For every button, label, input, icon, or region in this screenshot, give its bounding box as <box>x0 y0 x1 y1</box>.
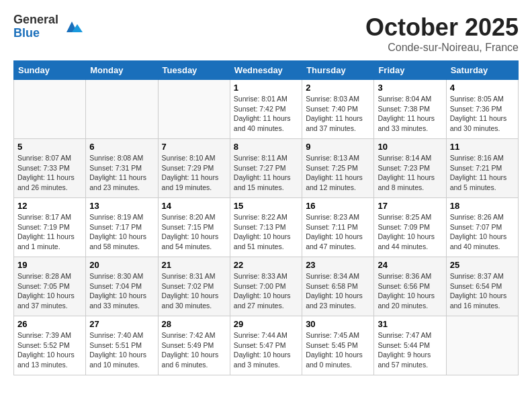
calendar-cell: 10Sunrise: 8:14 AM Sunset: 7:23 PM Dayli… <box>374 139 446 198</box>
day-info: Sunrise: 8:05 AM Sunset: 7:36 PM Dayligh… <box>450 94 515 134</box>
day-number: 29 <box>234 319 298 329</box>
day-info: Sunrise: 8:26 AM Sunset: 7:07 PM Dayligh… <box>450 212 515 252</box>
calendar-cell: 28Sunrise: 7:42 AM Sunset: 5:49 PM Dayli… <box>158 316 230 375</box>
calendar-cell: 8Sunrise: 8:11 AM Sunset: 7:27 PM Daylig… <box>230 139 302 198</box>
calendar-cell: 15Sunrise: 8:22 AM Sunset: 7:13 PM Dayli… <box>230 198 302 257</box>
day-number: 13 <box>89 201 154 211</box>
day-info: Sunrise: 8:04 AM Sunset: 7:38 PM Dayligh… <box>378 94 442 134</box>
calendar-cell: 9Sunrise: 8:13 AM Sunset: 7:25 PM Daylig… <box>302 139 374 198</box>
calendar-cell: 7Sunrise: 8:10 AM Sunset: 7:29 PM Daylig… <box>158 139 230 198</box>
day-info: Sunrise: 8:19 AM Sunset: 7:17 PM Dayligh… <box>89 212 154 252</box>
day-info: Sunrise: 8:16 AM Sunset: 7:21 PM Dayligh… <box>450 153 515 193</box>
calendar-cell: 21Sunrise: 8:31 AM Sunset: 7:02 PM Dayli… <box>158 257 230 316</box>
calendar-cell: 17Sunrise: 8:25 AM Sunset: 7:09 PM Dayli… <box>374 198 446 257</box>
day-number: 18 <box>450 201 515 211</box>
day-number: 5 <box>17 142 82 152</box>
weekday-header-row: SundayMondayTuesdayWednesdayThursdayFrid… <box>14 61 519 80</box>
day-number: 23 <box>306 260 370 270</box>
day-info: Sunrise: 8:10 AM Sunset: 7:29 PM Dayligh… <box>162 153 226 193</box>
day-number: 26 <box>17 319 82 329</box>
day-info: Sunrise: 8:20 AM Sunset: 7:15 PM Dayligh… <box>162 212 226 252</box>
logo: General Blue <box>13 13 83 40</box>
month-title: October 2025 <box>365 13 519 42</box>
day-info: Sunrise: 7:40 AM Sunset: 5:51 PM Dayligh… <box>89 330 154 370</box>
day-info: Sunrise: 8:01 AM Sunset: 7:42 PM Dayligh… <box>234 94 298 134</box>
day-info: Sunrise: 8:25 AM Sunset: 7:09 PM Dayligh… <box>378 212 442 252</box>
calendar-cell: 3Sunrise: 8:04 AM Sunset: 7:38 PM Daylig… <box>374 80 446 139</box>
day-info: Sunrise: 8:08 AM Sunset: 7:31 PM Dayligh… <box>89 153 154 193</box>
week-row-3: 19Sunrise: 8:28 AM Sunset: 7:05 PM Dayli… <box>14 257 519 316</box>
day-number: 3 <box>378 83 442 93</box>
day-info: Sunrise: 8:28 AM Sunset: 7:05 PM Dayligh… <box>17 271 82 311</box>
day-info: Sunrise: 7:44 AM Sunset: 5:47 PM Dayligh… <box>234 330 298 370</box>
calendar-cell: 2Sunrise: 8:03 AM Sunset: 7:40 PM Daylig… <box>302 80 374 139</box>
day-number: 25 <box>450 260 515 270</box>
calendar-cell: 20Sunrise: 8:30 AM Sunset: 7:04 PM Dayli… <box>86 257 158 316</box>
day-number: 19 <box>17 260 82 270</box>
day-info: Sunrise: 8:31 AM Sunset: 7:02 PM Dayligh… <box>162 271 226 311</box>
day-info: Sunrise: 8:23 AM Sunset: 7:11 PM Dayligh… <box>306 212 370 252</box>
day-number: 17 <box>378 201 442 211</box>
calendar-cell: 29Sunrise: 7:44 AM Sunset: 5:47 PM Dayli… <box>230 316 302 375</box>
logo-icon <box>61 16 83 38</box>
day-info: Sunrise: 8:03 AM Sunset: 7:40 PM Dayligh… <box>306 94 370 134</box>
calendar-cell: 5Sunrise: 8:07 AM Sunset: 7:33 PM Daylig… <box>14 139 86 198</box>
calendar-cell: 6Sunrise: 8:08 AM Sunset: 7:31 PM Daylig… <box>86 139 158 198</box>
day-number: 24 <box>378 260 442 270</box>
title-block: October 2025 Conde-sur-Noireau, France <box>365 13 519 54</box>
day-info: Sunrise: 8:36 AM Sunset: 6:56 PM Dayligh… <box>378 271 442 311</box>
day-info: Sunrise: 8:30 AM Sunset: 7:04 PM Dayligh… <box>89 271 154 311</box>
week-row-4: 26Sunrise: 7:39 AM Sunset: 5:52 PM Dayli… <box>14 316 519 375</box>
calendar-cell: 23Sunrise: 8:34 AM Sunset: 6:58 PM Dayli… <box>302 257 374 316</box>
week-row-2: 12Sunrise: 8:17 AM Sunset: 7:19 PM Dayli… <box>14 198 519 257</box>
calendar-cell: 31Sunrise: 7:47 AM Sunset: 5:44 PM Dayli… <box>374 316 446 375</box>
calendar-cell: 4Sunrise: 8:05 AM Sunset: 7:36 PM Daylig… <box>446 80 518 139</box>
day-info: Sunrise: 8:14 AM Sunset: 7:23 PM Dayligh… <box>378 153 442 193</box>
calendar-cell: 27Sunrise: 7:40 AM Sunset: 5:51 PM Dayli… <box>86 316 158 375</box>
day-number: 12 <box>17 201 82 211</box>
day-info: Sunrise: 8:11 AM Sunset: 7:27 PM Dayligh… <box>234 153 298 193</box>
calendar-cell: 11Sunrise: 8:16 AM Sunset: 7:21 PM Dayli… <box>446 139 518 198</box>
calendar-cell: 14Sunrise: 8:20 AM Sunset: 7:15 PM Dayli… <box>158 198 230 257</box>
day-info: Sunrise: 8:22 AM Sunset: 7:13 PM Dayligh… <box>234 212 298 252</box>
calendar-cell: 25Sunrise: 8:37 AM Sunset: 6:54 PM Dayli… <box>446 257 518 316</box>
calendar-cell: 16Sunrise: 8:23 AM Sunset: 7:11 PM Dayli… <box>302 198 374 257</box>
weekday-header-tuesday: Tuesday <box>158 61 230 80</box>
day-number: 4 <box>450 83 515 93</box>
day-info: Sunrise: 7:47 AM Sunset: 5:44 PM Dayligh… <box>378 330 442 370</box>
weekday-header-thursday: Thursday <box>302 61 374 80</box>
day-number: 16 <box>306 201 370 211</box>
day-number: 2 <box>306 83 370 93</box>
day-number: 9 <box>306 142 370 152</box>
calendar-cell: 26Sunrise: 7:39 AM Sunset: 5:52 PM Dayli… <box>14 316 86 375</box>
day-number: 22 <box>234 260 298 270</box>
logo-blue: Blue <box>13 26 40 40</box>
location-title: Conde-sur-Noireau, France <box>365 42 519 54</box>
day-info: Sunrise: 7:42 AM Sunset: 5:49 PM Dayligh… <box>162 330 226 370</box>
calendar-cell <box>86 80 158 139</box>
calendar-cell: 24Sunrise: 8:36 AM Sunset: 6:56 PM Dayli… <box>374 257 446 316</box>
day-number: 31 <box>378 319 442 329</box>
day-number: 20 <box>89 260 154 270</box>
page-header: General Blue October 2025 Conde-sur-Noir… <box>13 13 519 54</box>
calendar-cell: 22Sunrise: 8:33 AM Sunset: 7:00 PM Dayli… <box>230 257 302 316</box>
calendar-cell: 12Sunrise: 8:17 AM Sunset: 7:19 PM Dayli… <box>14 198 86 257</box>
weekday-header-sunday: Sunday <box>14 61 86 80</box>
day-number: 6 <box>89 142 154 152</box>
day-number: 14 <box>162 201 226 211</box>
day-number: 1 <box>234 83 298 93</box>
calendar-cell <box>446 316 518 375</box>
day-info: Sunrise: 8:07 AM Sunset: 7:33 PM Dayligh… <box>17 153 82 193</box>
calendar-body: 1Sunrise: 8:01 AM Sunset: 7:42 PM Daylig… <box>14 80 519 375</box>
day-number: 28 <box>162 319 226 329</box>
day-info: Sunrise: 8:33 AM Sunset: 7:00 PM Dayligh… <box>234 271 298 311</box>
day-info: Sunrise: 8:37 AM Sunset: 6:54 PM Dayligh… <box>450 271 515 311</box>
logo-general: General <box>13 13 58 26</box>
calendar-cell: 19Sunrise: 8:28 AM Sunset: 7:05 PM Dayli… <box>14 257 86 316</box>
weekday-header-friday: Friday <box>374 61 446 80</box>
day-number: 11 <box>450 142 515 152</box>
calendar-table: SundayMondayTuesdayWednesdayThursdayFrid… <box>13 60 519 375</box>
day-number: 7 <box>162 142 226 152</box>
day-number: 27 <box>89 319 154 329</box>
day-number: 15 <box>234 201 298 211</box>
